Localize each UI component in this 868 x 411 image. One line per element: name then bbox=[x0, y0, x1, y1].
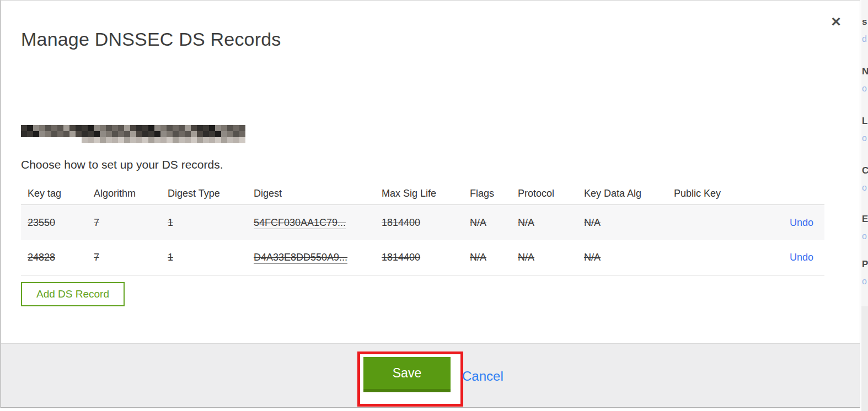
cell-digest: D4A33E8DD550A9... bbox=[254, 252, 382, 263]
column-header-key-data-alg: Key Data Alg bbox=[584, 188, 674, 199]
column-header-algorithm: Algorithm bbox=[94, 188, 168, 199]
column-header-max-sig-life: Max Sig Life bbox=[382, 188, 470, 199]
cell-actions: Undo bbox=[757, 217, 813, 229]
cell-flags: N/A bbox=[470, 217, 518, 229]
cancel-link[interactable]: Cancel bbox=[462, 369, 503, 384]
ds-records-table: Key tag Algorithm Digest Type Digest Max… bbox=[21, 182, 824, 275]
column-header-protocol: Protocol bbox=[518, 188, 584, 199]
cell-digest-type: 1 bbox=[168, 217, 254, 229]
cell-flags: N/A bbox=[470, 252, 518, 263]
close-icon[interactable]: × bbox=[826, 12, 846, 31]
cell-key-data-alg: N/A bbox=[584, 217, 674, 229]
add-ds-record-button[interactable]: Add DS Record bbox=[21, 282, 125, 306]
cell-digest: 54FCF030AA1C79... bbox=[254, 217, 382, 229]
column-header-digest: Digest bbox=[254, 188, 382, 199]
column-header-public-key: Public Key bbox=[674, 188, 757, 199]
cell-max-sig-life: 1814400 bbox=[382, 217, 470, 229]
cell-max-sig-life: 1814400 bbox=[382, 252, 470, 263]
subtitle-text: Choose how to set up your DS records. bbox=[21, 158, 223, 171]
cell-key-tag: 23550 bbox=[28, 217, 94, 229]
table-header-row: Key tag Algorithm Digest Type Digest Max… bbox=[21, 182, 824, 205]
background-page-footer bbox=[861, 306, 868, 411]
redacted-domain-name bbox=[21, 125, 246, 145]
cell-key-data-alg: N/A bbox=[584, 252, 674, 263]
manage-dnssec-modal: Manage DNSSEC DS Records × Choose how to… bbox=[0, 0, 860, 408]
background-page-strip: sdNoLoCoEoPo bbox=[861, 0, 868, 411]
undo-link[interactable]: Undo bbox=[790, 252, 813, 263]
annotation-highlight-box: Save bbox=[357, 351, 463, 407]
cell-algorithm: 7 bbox=[94, 217, 168, 229]
cell-digest-type: 1 bbox=[168, 252, 254, 263]
column-header-flags: Flags bbox=[470, 188, 518, 199]
undo-link[interactable]: Undo bbox=[790, 217, 813, 228]
cell-actions: Undo bbox=[757, 252, 813, 263]
table-row: 23550 7 1 54FCF030AA1C79... 1814400 N/A … bbox=[21, 205, 824, 240]
column-header-digest-type: Digest Type bbox=[168, 188, 254, 199]
column-header-key-tag: Key tag bbox=[28, 188, 94, 199]
page-title: Manage DNSSEC DS Records bbox=[21, 29, 281, 50]
cell-protocol: N/A bbox=[518, 217, 584, 229]
cell-algorithm: 7 bbox=[94, 252, 168, 263]
table-row: 24828 7 1 D4A33E8DD550A9... 1814400 N/A … bbox=[21, 240, 824, 275]
cell-protocol: N/A bbox=[518, 252, 584, 263]
cell-key-tag: 24828 bbox=[28, 252, 94, 263]
save-button[interactable]: Save bbox=[363, 357, 451, 392]
